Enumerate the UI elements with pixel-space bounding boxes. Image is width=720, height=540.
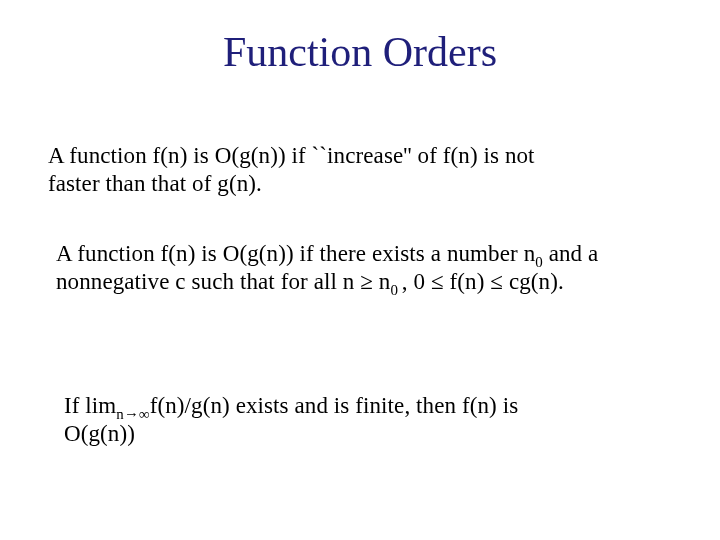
subscript-n: n xyxy=(116,406,124,422)
text: f(n)/g(n) exists and is finite, then f(n… xyxy=(150,393,518,418)
text: n xyxy=(373,269,390,294)
paragraph-informal-definition: A function f(n) is O(g(n)) if ``increase… xyxy=(48,142,668,198)
text: O(g(n)) xyxy=(64,421,135,446)
text: , 0 xyxy=(402,269,431,294)
paragraph-limit-criterion: If limn→∞f(n)/g(n) exists and is finite,… xyxy=(64,392,674,448)
subscript-zero: 0 xyxy=(390,282,401,298)
geq-symbol: ≥ xyxy=(360,269,373,294)
text: If lim xyxy=(64,393,116,418)
subscript-limit: n→∞ xyxy=(116,406,149,422)
text: cg(n). xyxy=(503,269,564,294)
text: faster than that of g(n). xyxy=(48,171,262,196)
text: A function f(n) is O(g(n)) if there exis… xyxy=(56,241,535,266)
slide-title: Function Orders xyxy=(0,28,720,76)
paragraph-formal-definition: A function f(n) is O(g(n)) if there exis… xyxy=(56,240,676,296)
slide: Function Orders A function f(n) is O(g(n… xyxy=(0,0,720,540)
text: f(n) xyxy=(444,269,491,294)
leq-symbol: ≤ xyxy=(490,269,503,294)
leq-symbol: ≤ xyxy=(431,269,444,294)
subscript-zero: 0 xyxy=(535,254,543,270)
text: A function f(n) is O(g(n)) if ``increase… xyxy=(48,143,535,168)
infinity-symbol: ∞ xyxy=(139,406,150,422)
arrow-icon: → xyxy=(124,406,139,422)
